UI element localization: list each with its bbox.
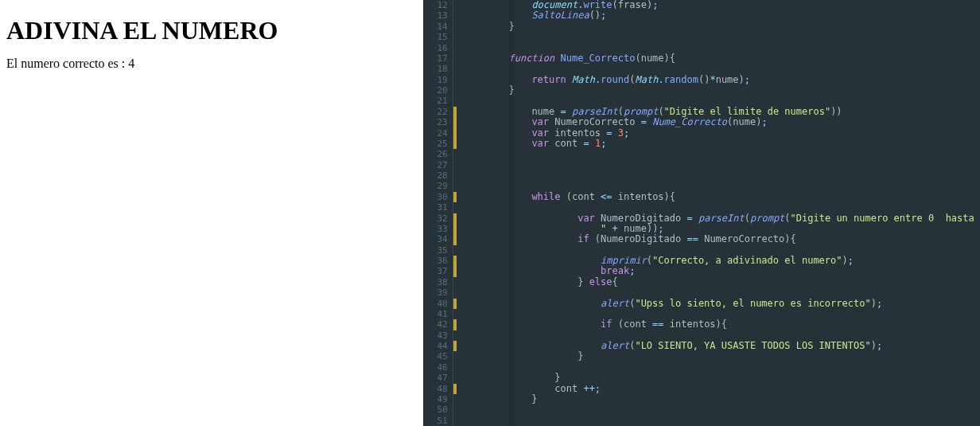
code-area[interactable]: document.write(frase); SaltoLinea(); } f… (457, 0, 980, 426)
code-line[interactable] (463, 362, 980, 373)
line-number: 35 (423, 245, 448, 256)
code-line[interactable] (463, 64, 980, 74)
code-line[interactable]: var cont = 1; (463, 139, 980, 149)
line-number: 50 (423, 405, 448, 415)
code-line[interactable] (463, 287, 980, 298)
code-line[interactable] (463, 149, 980, 159)
code-line[interactable]: document.write(frase); (463, 0, 980, 10)
code-line[interactable]: nume = parseInt(prompt("Digite el limite… (463, 107, 980, 117)
code-line[interactable] (463, 416, 980, 426)
line-number: 42 (423, 319, 448, 330)
result-message: El numero correcto es : 4 (6, 57, 417, 71)
code-line[interactable] (463, 170, 980, 181)
browser-preview-pane: ADIVINA EL NUMERO El numero correcto es … (0, 0, 423, 426)
line-number: 27 (423, 160, 448, 170)
code-line[interactable]: } else{ (463, 277, 980, 287)
code-line[interactable]: alert("LO SIENTO, YA USASTE TODOS LOS IN… (463, 341, 980, 351)
line-number: 43 (423, 330, 448, 341)
line-number: 21 (423, 96, 448, 106)
line-number: 28 (423, 170, 448, 181)
code-line[interactable]: break; (463, 266, 980, 276)
line-number: 17 (423, 53, 448, 64)
code-line[interactable]: var NumeroCorrecto = Nume_Correcto(nume)… (463, 117, 980, 127)
code-line[interactable]: function Nume_Correcto(nume){ (463, 53, 980, 64)
line-number: 18 (423, 64, 448, 74)
line-number: 25 (423, 139, 448, 149)
code-line[interactable]: " + nume)); (463, 224, 980, 234)
code-line[interactable]: imprimir("Correcto, a adivinado el numer… (463, 256, 980, 266)
code-line[interactable] (463, 181, 980, 191)
line-number: 32 (423, 213, 448, 224)
code-line[interactable] (463, 96, 980, 106)
line-number: 45 (423, 351, 448, 362)
line-number: 33 (423, 224, 448, 234)
code-line[interactable]: return Math.round(Math.random()*nume); (463, 75, 980, 85)
page-heading: ADIVINA EL NUMERO (6, 16, 417, 45)
line-number: 13 (423, 10, 448, 21)
line-number: 16 (423, 43, 448, 53)
line-number: 30 (423, 192, 448, 202)
code-line[interactable] (463, 245, 980, 256)
code-line[interactable] (463, 160, 980, 170)
line-number-gutter: 1213141516171819202122232425262728293031… (423, 0, 453, 426)
code-line[interactable]: var NumeroDigitado = parseInt(prompt("Di… (463, 213, 980, 224)
code-line[interactable]: } (463, 21, 980, 32)
line-number: 12 (423, 0, 448, 10)
code-line[interactable] (463, 32, 980, 42)
code-line[interactable]: } (463, 394, 980, 405)
code-line[interactable]: if (NumeroDigitado == NumeroCorrecto){ (463, 234, 980, 244)
line-number: 20 (423, 85, 448, 96)
code-line[interactable]: var intentos = 3; (463, 128, 980, 139)
line-number: 23 (423, 117, 448, 127)
line-number: 40 (423, 299, 448, 309)
line-number: 22 (423, 107, 448, 117)
line-number: 31 (423, 202, 448, 213)
line-number: 36 (423, 256, 448, 266)
line-number: 47 (423, 373, 448, 383)
line-number: 49 (423, 394, 448, 405)
line-number: 15 (423, 32, 448, 42)
line-number: 51 (423, 416, 448, 426)
code-line[interactable]: } (463, 373, 980, 383)
code-line[interactable] (463, 405, 980, 415)
code-line[interactable]: SaltoLinea(); (463, 10, 980, 21)
code-line[interactable]: while (cont <= intentos){ (463, 192, 980, 202)
code-line[interactable] (463, 202, 980, 213)
line-number: 48 (423, 384, 448, 394)
line-number: 41 (423, 309, 448, 319)
line-number: 39 (423, 287, 448, 298)
code-line[interactable]: cont ++; (463, 384, 980, 394)
code-line[interactable]: if (cont == intentos){ (463, 319, 980, 330)
line-number: 19 (423, 75, 448, 85)
code-line[interactable] (463, 330, 980, 341)
line-number: 44 (423, 341, 448, 351)
code-line[interactable] (463, 309, 980, 319)
line-number: 26 (423, 149, 448, 159)
line-number: 46 (423, 362, 448, 373)
line-number: 34 (423, 234, 448, 244)
line-number: 24 (423, 128, 448, 139)
code-line[interactable]: } (463, 351, 980, 362)
line-number: 37 (423, 266, 448, 276)
code-editor-pane[interactable]: 1213141516171819202122232425262728293031… (423, 0, 980, 426)
code-line[interactable]: } (463, 85, 980, 96)
code-line[interactable]: alert("Upss lo siento, el numero es inco… (463, 299, 980, 309)
line-number: 14 (423, 21, 448, 32)
code-line[interactable] (463, 43, 980, 53)
line-number: 38 (423, 277, 448, 287)
line-number: 29 (423, 181, 448, 191)
